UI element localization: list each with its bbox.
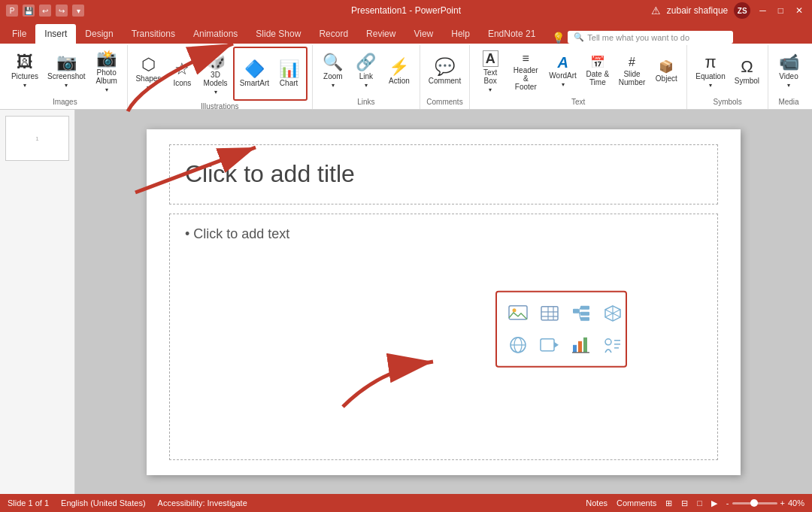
ribbon: 🖼 Pictures ▾ 📷 Screenshot ▾ 📸 PhotoAlbum… — [0, 44, 812, 110]
insert-smartart-icon-btn[interactable] — [568, 299, 595, 326]
pictures-button[interactable]: 🖼 Pictures ▾ — [8, 49, 42, 94]
close-btn[interactable]: ✕ — [792, 5, 806, 16]
photo-album-dropdown-arrow: ▾ — [105, 86, 108, 93]
textbox-button[interactable]: A TextBox ▾ — [474, 49, 506, 94]
tab-slideshow[interactable]: Slide Show — [247, 24, 310, 44]
tab-insert[interactable]: Insert — [35, 24, 76, 44]
3d-models-button[interactable]: 🎲 3DModels ▾ — [199, 51, 231, 96]
wordart-button[interactable]: A WordArt ▾ — [545, 49, 580, 94]
quick-access-redo[interactable]: ↪ — [56, 5, 68, 17]
slide-area: Click to add title • Click to add text — [75, 110, 812, 494]
ribbon-group-comments: 💬 Comment Comments — [420, 45, 470, 109]
link-icon: 🔗 — [356, 54, 376, 71]
slide-number-icon: # — [629, 56, 635, 68]
tell-me-search[interactable]: 🔍 Tell me what you want to do — [568, 31, 733, 44]
insert-icons-icon-btn[interactable] — [599, 331, 626, 358]
tab-file[interactable]: File — [3, 24, 35, 44]
ribbon-group-text: A TextBox ▾ ≡ Header& Footer A WordArt ▾… — [470, 45, 687, 109]
chart-button[interactable]: 📊 Chart — [273, 51, 304, 96]
title-bar-right: ⚠ zubair shafique ZS ─ □ ✕ — [651, 2, 806, 19]
status-bar-left: Slide 1 of 1 English (United States) Acc… — [8, 498, 247, 507]
maximize-btn[interactable]: □ — [775, 5, 786, 16]
zoom-button[interactable]: 🔍 Zoom ▾ — [317, 49, 349, 94]
slide: Click to add title • Click to add text — [147, 129, 741, 475]
zoom-in-btn[interactable]: + — [780, 498, 785, 507]
slide-title-area[interactable]: Click to add title — [169, 144, 718, 204]
insert-video-icon-btn[interactable] — [536, 331, 563, 358]
video-icon: 📹 — [779, 54, 799, 71]
view-slide-sorter-btn[interactable]: ⊟ — [681, 498, 688, 508]
symbols-group-label: Symbols — [713, 96, 741, 108]
svg-rect-9 — [573, 308, 579, 313]
tab-transitions[interactable]: Transitions — [123, 24, 184, 44]
equation-button[interactable]: π Equation ▾ — [692, 49, 729, 94]
powerpoint-icon[interactable]: P — [6, 5, 18, 17]
quick-access-undo[interactable]: ↩ — [39, 5, 51, 17]
zoom-out-btn[interactable]: - — [726, 498, 729, 507]
insert-3d-icon-btn[interactable] — [599, 299, 626, 326]
zoom-slider[interactable] — [732, 502, 777, 504]
link-button[interactable]: 🔗 Link ▾ — [350, 49, 382, 94]
links-group-items: 🔍 Zoom ▾ 🔗 Link ▾ ⚡ Action — [317, 47, 415, 96]
accessibility-label: Accessibility: Investigate — [158, 498, 247, 507]
tab-animations[interactable]: Animations — [184, 24, 247, 44]
tab-record[interactable]: Record — [310, 24, 357, 44]
slide-content-area[interactable]: • Click to add text — [169, 214, 718, 460]
shapes-button[interactable]: ⬡ Shapes ▾ — [132, 51, 165, 96]
action-button[interactable]: ⚡ Action — [383, 49, 415, 94]
user-avatar[interactable]: ZS — [734, 2, 750, 19]
pictures-icon: 🖼 — [17, 54, 33, 71]
illustrations-group-items: ⬡ Shapes ▾ ☆ Icons 🎲 3DModels ▾ 🔷 SmartA… — [132, 47, 308, 101]
tab-review[interactable]: Review — [357, 24, 404, 44]
textbox-dropdown-arrow: ▾ — [489, 86, 492, 93]
minimize-btn[interactable]: ─ — [756, 5, 769, 16]
media-group-items: 📹 Video ▾ — [773, 47, 804, 96]
slide-number-button[interactable]: # SlideNumber — [615, 49, 649, 94]
wordart-icon: A — [557, 55, 568, 70]
view-normal-btn[interactable]: ⊞ — [665, 498, 672, 508]
svg-line-13 — [579, 308, 580, 311]
date-time-button[interactable]: 📅 Date &Time — [582, 49, 614, 94]
status-bar-right: Notes Comments ⊞ ⊟ □ ▶ - + 40% — [586, 498, 804, 508]
textbox-icon: A — [483, 50, 498, 67]
insert-picture-icon-btn[interactable] — [504, 299, 532, 326]
quick-access-more[interactable]: ▾ — [72, 5, 84, 17]
tab-help[interactable]: Help — [442, 24, 479, 44]
icons-button[interactable]: ☆ Icons — [166, 51, 198, 96]
slide-thumbnail-1[interactable]: 1 — [5, 116, 69, 161]
smartart-chart-highlight: 🔷 SmartArt 📊 Chart — [233, 47, 308, 101]
comments-button[interactable]: Comments — [617, 498, 656, 507]
symbol-button[interactable]: Ω Symbol — [731, 49, 763, 94]
quick-access-save[interactable]: 💾 — [23, 5, 35, 17]
svg-rect-27 — [583, 337, 587, 352]
wordart-dropdown-arrow: ▾ — [562, 81, 565, 88]
smartart-button[interactable]: 🔷 SmartArt — [236, 51, 273, 96]
insert-chart2-icon-btn[interactable] — [568, 331, 595, 358]
svg-rect-26 — [578, 341, 582, 352]
link-dropdown-arrow: ▾ — [365, 82, 368, 89]
screenshot-button[interactable]: 📷 Screenshot ▾ — [44, 49, 89, 94]
tab-endnote[interactable]: EndNote 21 — [479, 24, 544, 44]
tab-view[interactable]: View — [404, 24, 442, 44]
shapes-dropdown-arrow: ▾ — [147, 84, 150, 91]
app-title: Presentation1 - PowerPoint — [351, 5, 461, 16]
insert-table-icon-btn[interactable] — [536, 299, 563, 326]
insert-online-picture-icon-btn[interactable] — [504, 331, 532, 358]
svg-rect-4 — [541, 306, 558, 320]
ribbon-group-media: 📹 Video ▾ Media — [768, 45, 809, 109]
comment-button[interactable]: 💬 Comment — [425, 49, 465, 94]
tab-design[interactable]: Design — [76, 24, 122, 44]
screenshot-dropdown-arrow: ▾ — [65, 82, 68, 89]
language-label: English (United States) — [61, 498, 146, 507]
links-group-label: Links — [357, 96, 374, 108]
header-footer-button[interactable]: ≡ Header& Footer — [508, 49, 544, 94]
view-reading-btn[interactable]: □ — [697, 498, 702, 507]
photo-album-button[interactable]: 📸 PhotoAlbum ▾ — [91, 49, 123, 94]
title-bar: P 💾 ↩ ↪ ▾ Presentation1 - PowerPoint ⚠ z… — [0, 0, 812, 21]
video-button[interactable]: 📹 Video ▾ — [773, 49, 804, 94]
notes-button[interactable]: Notes — [586, 498, 607, 507]
view-slideshow-btn[interactable]: ▶ — [711, 498, 717, 508]
ribbon-group-links: 🔍 Zoom ▾ 🔗 Link ▾ ⚡ Action Links — [313, 45, 420, 109]
ribbon-group-images: 🖼 Pictures ▾ 📷 Screenshot ▾ 📸 PhotoAlbum… — [3, 45, 128, 109]
object-button[interactable]: 📦 Object — [650, 49, 682, 94]
